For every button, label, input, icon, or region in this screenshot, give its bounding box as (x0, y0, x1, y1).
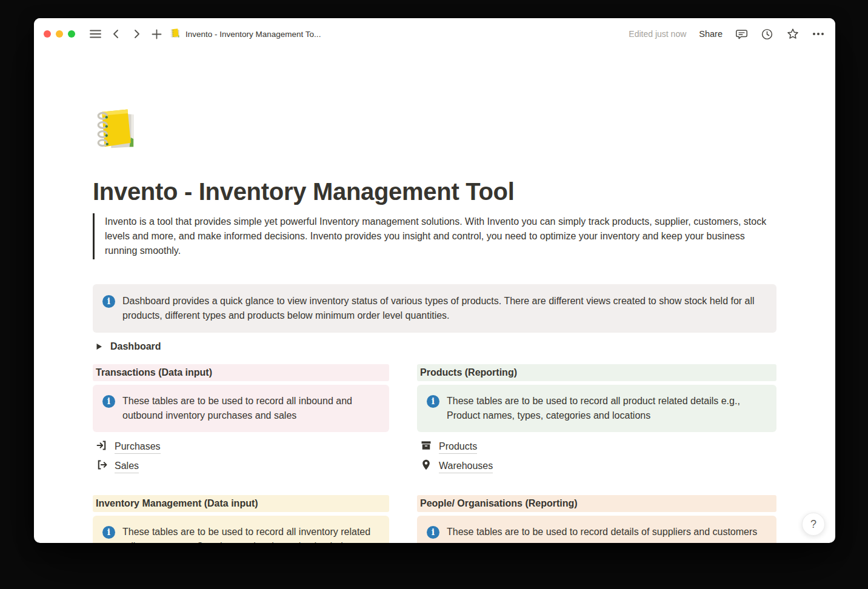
transactions-links: Purchases Sales (93, 437, 389, 476)
info-icon: i (427, 526, 439, 539)
inventory-callout-text: These tables are to be used to record al… (122, 525, 379, 543)
products-column: Products (Reporting) i These tables are … (417, 364, 776, 476)
sidebar-menu-icon[interactable] (90, 29, 101, 39)
page-emoji-icon[interactable] (93, 106, 140, 153)
people-callout-text: These tables are to be used to record de… (447, 525, 757, 539)
history-icon[interactable] (761, 28, 773, 41)
toggle-triangle-icon[interactable] (96, 343, 102, 350)
columns-row-1: Transactions (Data input) i These tables… (93, 364, 776, 476)
dashboard-toggle-label: Dashboard (110, 341, 161, 352)
page-link-purchases[interactable]: Purchases (93, 437, 389, 456)
close-window-button[interactable] (44, 30, 51, 38)
products-link-label[interactable]: Products (439, 440, 477, 454)
exit-door-icon (96, 459, 108, 473)
products-heading: Products (Reporting) (417, 364, 776, 381)
page-link-sales[interactable]: Sales (93, 456, 389, 476)
dashboard-info-callout: i Dashboard provides a quick glance to v… (93, 284, 776, 333)
edited-status: Edited just now (629, 29, 686, 39)
back-icon[interactable] (112, 29, 121, 39)
info-icon: i (102, 526, 115, 539)
purchases-link-label[interactable]: Purchases (115, 440, 161, 454)
help-button[interactable]: ? (802, 513, 825, 536)
inventory-callout: i These tables are to be used to record … (93, 516, 389, 543)
products-callout: i These tables are to be used to record … (417, 385, 776, 432)
page-link-products[interactable]: Products (417, 437, 776, 456)
archive-box-icon (420, 439, 432, 454)
document-title: Invento - Inventory Management To... (185, 30, 321, 39)
inventory-heading: Inventory Management (Data input) (93, 495, 389, 512)
enter-door-icon (96, 439, 108, 454)
titlebar: Invento - Inventory Management To... Edi… (34, 18, 835, 50)
products-callout-text: These tables are to be used to record al… (447, 394, 767, 423)
people-callout: i These tables are to be used to record … (417, 516, 776, 543)
new-tab-icon[interactable] (152, 29, 162, 39)
app-window: Invento - Inventory Management To... Edi… (34, 18, 835, 543)
notebook-emoji-icon (170, 28, 181, 41)
products-links: Products Warehouses (417, 437, 776, 476)
dashboard-info-text: Dashboard provides a quick glance to vie… (122, 294, 767, 323)
people-heading: People/ Organisations (Reporting) (417, 495, 776, 512)
traffic-lights (44, 30, 75, 38)
transactions-heading: Transactions (Data input) (93, 364, 389, 381)
favorite-star-icon[interactable] (786, 27, 800, 41)
page-link-warehouses[interactable]: Warehouses (417, 456, 776, 476)
minimize-window-button[interactable] (56, 30, 63, 38)
transactions-callout-text: These tables are to be used to record al… (122, 394, 379, 423)
location-pin-icon (420, 459, 432, 473)
transactions-callout: i These tables are to be used to record … (93, 385, 389, 432)
inventory-column: Inventory Management (Data input) i Thes… (93, 495, 389, 543)
comments-icon[interactable] (735, 28, 748, 41)
info-icon: i (102, 395, 115, 408)
warehouses-link-label[interactable]: Warehouses (439, 459, 493, 473)
share-button[interactable]: Share (699, 29, 723, 39)
more-ellipsis-icon[interactable] (812, 32, 824, 36)
transactions-column: Transactions (Data input) i These tables… (93, 364, 389, 476)
forward-icon[interactable] (132, 29, 141, 39)
breadcrumb[interactable]: Invento - Inventory Management To... (170, 28, 321, 41)
page-title: Invento - Inventory Management Tool (93, 178, 776, 205)
info-icon: i (102, 295, 115, 308)
sales-link-label[interactable]: Sales (115, 459, 139, 473)
page-body: Invento - Inventory Management Tool Inve… (93, 50, 776, 543)
columns-row-2: Inventory Management (Data input) i Thes… (93, 495, 776, 543)
people-column: People/ Organisations (Reporting) i Thes… (417, 495, 776, 543)
zoom-window-button[interactable] (68, 30, 75, 38)
dashboard-toggle[interactable]: Dashboard (93, 338, 776, 355)
intro-quote: Invento is a tool that provides simple y… (93, 213, 776, 259)
info-icon: i (427, 395, 439, 408)
